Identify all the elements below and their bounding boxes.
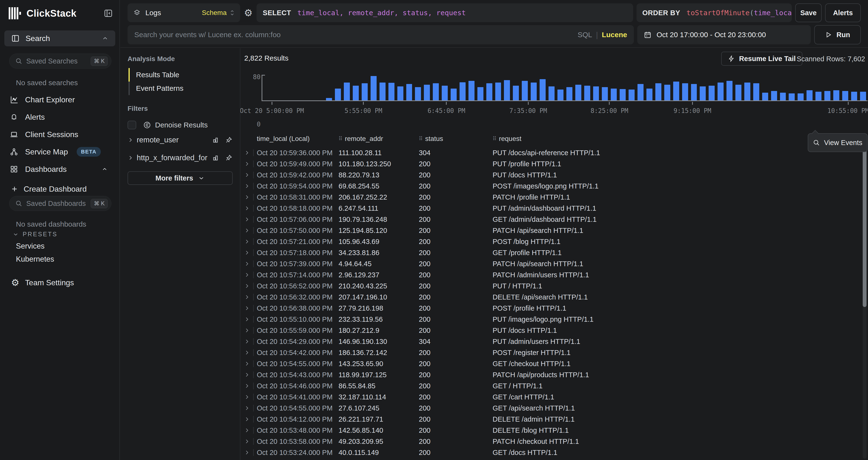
column-header-request[interactable]: ⠿request [493, 135, 859, 143]
preset-item-services[interactable]: Services [16, 242, 44, 251]
presets-section-toggle[interactable]: PRESETS [12, 231, 58, 238]
row-expand-chevron-icon[interactable] [244, 416, 257, 423]
row-expand-chevron-icon[interactable] [244, 360, 257, 367]
row-expand-chevron-icon[interactable] [244, 438, 257, 445]
table-row[interactable]: Oct 20 10:57:18.000 PM34.233.81.86200GET… [240, 247, 859, 258]
table-row[interactable]: Oct 20 10:59:49.000 PM101.180.123.250200… [240, 158, 859, 169]
histogram-bar[interactable] [513, 86, 519, 100]
histogram-bar[interactable] [798, 93, 804, 100]
histogram-bar[interactable] [566, 87, 572, 100]
sidebar-item-chart-explorer[interactable]: Chart Explorer [10, 93, 115, 107]
histogram-bar[interactable] [406, 84, 412, 100]
histogram-bar[interactable] [744, 83, 750, 100]
histogram-bar[interactable] [833, 90, 839, 100]
histogram-bar[interactable] [815, 92, 822, 100]
preset-item-kubernetes[interactable]: Kubernetes [16, 255, 54, 263]
histogram-bar[interactable] [593, 86, 599, 100]
histogram-bar[interactable] [771, 91, 777, 100]
row-expand-chevron-icon[interactable] [244, 205, 257, 212]
row-expand-chevron-icon[interactable] [244, 271, 257, 278]
mode-event-patterns[interactable]: Event Patterns [128, 82, 233, 95]
histogram-bar[interactable] [549, 86, 555, 100]
table-row[interactable]: Oct 20 10:57:50.000 PM125.194.85.120200P… [240, 225, 859, 236]
histogram-bar[interactable] [460, 82, 466, 100]
histogram-bar[interactable] [789, 93, 795, 100]
mode-lucene-toggle[interactable]: Lucene [602, 31, 627, 39]
histogram-bar[interactable] [326, 98, 332, 100]
drag-handle-icon[interactable]: ⠿ [419, 136, 422, 142]
histogram-bar[interactable] [379, 83, 385, 100]
row-expand-chevron-icon[interactable] [244, 149, 257, 156]
table-row[interactable]: Oct 20 10:59:54.000 PM69.68.254.55200POS… [240, 180, 859, 192]
histogram-bar[interactable] [575, 85, 581, 100]
histogram-bar[interactable] [762, 93, 768, 100]
row-expand-chevron-icon[interactable] [244, 305, 257, 312]
histogram-bar[interactable] [611, 89, 617, 100]
table-row[interactable]: Oct 20 10:54:43.000 PM118.99.197.125200P… [240, 369, 859, 380]
row-expand-chevron-icon[interactable] [244, 371, 257, 378]
table-row[interactable]: Oct 20 10:54:46.000 PM86.55.84.85200GET … [240, 380, 859, 392]
table-row[interactable]: Oct 20 10:54:55.000 PM27.6.107.245200GET… [240, 403, 859, 414]
create-dashboard-button[interactable]: Create Dashboard [10, 182, 115, 196]
histogram-bar[interactable] [646, 89, 652, 100]
histogram-bar[interactable] [522, 81, 528, 100]
histogram-bar[interactable] [709, 86, 715, 100]
table-row[interactable]: Oct 20 10:56:32.000 PM207.147.196.10200D… [240, 291, 859, 303]
sidebar-item-client-sessions[interactable]: Client Sessions [10, 127, 115, 141]
table-row[interactable]: Oct 20 10:56:38.000 PM27.79.216.198200PO… [240, 303, 859, 314]
table-row[interactable]: Oct 20 10:54:29.000 PM146.96.190.130304P… [240, 336, 859, 347]
histogram-bar[interactable] [673, 82, 679, 100]
histogram-bar[interactable] [717, 83, 723, 100]
row-expand-chevron-icon[interactable] [244, 216, 257, 223]
histogram-bar[interactable] [397, 86, 403, 100]
row-expand-chevron-icon[interactable] [244, 194, 257, 201]
histogram-bar[interactable] [389, 83, 395, 100]
histogram-bar[interactable] [807, 90, 812, 100]
histogram-bar[interactable] [468, 81, 474, 100]
denoise-results-option[interactable]: Denoise Results [128, 121, 233, 130]
histogram-bar[interactable] [539, 79, 546, 100]
row-expand-chevron-icon[interactable] [244, 382, 257, 389]
resume-live-tail-button[interactable]: Resume Live Tail [721, 52, 802, 66]
row-expand-chevron-icon[interactable] [244, 183, 257, 190]
row-expand-chevron-icon[interactable] [244, 316, 257, 323]
histogram-bar[interactable] [851, 92, 857, 100]
row-expand-chevron-icon[interactable] [244, 294, 257, 300]
table-scrollbar[interactable] [863, 134, 867, 459]
row-expand-chevron-icon[interactable] [244, 249, 257, 256]
histogram-bar[interactable] [700, 86, 706, 100]
row-expand-chevron-icon[interactable] [244, 338, 257, 345]
histogram-plot[interactable] [261, 75, 868, 101]
histogram-bar[interactable] [495, 83, 501, 100]
field-chart-icon[interactable] [212, 154, 220, 162]
table-row[interactable]: Oct 20 10:53:48.000 PM142.56.85.140200DE… [240, 425, 859, 436]
sidebar-item-dashboards[interactable]: Dashboards [10, 162, 115, 176]
row-expand-chevron-icon[interactable] [244, 427, 257, 434]
histogram-bar[interactable] [433, 83, 439, 100]
histogram-bar[interactable] [371, 76, 377, 100]
table-row[interactable]: Oct 20 10:58:18.000 PM6.247.54.111200PUT… [240, 203, 859, 214]
more-filters-button[interactable]: More filters [128, 171, 233, 185]
histogram-bar[interactable] [860, 92, 866, 100]
histogram-bar[interactable] [735, 85, 741, 100]
pin-icon[interactable] [225, 136, 233, 144]
results-histogram[interactable]: 80 0 Oct 20 5:00:00 PM5:55:00 PM6:45:00 … [240, 73, 868, 111]
histogram-bar[interactable] [362, 83, 368, 100]
histogram-bar[interactable] [335, 89, 341, 100]
histogram-bar[interactable] [602, 87, 608, 100]
histogram-bar[interactable] [504, 80, 510, 100]
histogram-bar[interactable] [780, 93, 786, 100]
histogram-bar[interactable] [442, 86, 448, 100]
event-search-bar[interactable]: SQL | Lucene [128, 25, 634, 45]
alerts-button[interactable]: Alerts [825, 3, 861, 22]
histogram-bar[interactable] [477, 87, 484, 100]
histogram-bar[interactable] [415, 87, 421, 100]
saved-dashboards-search[interactable]: ⌘ K [9, 196, 112, 211]
table-row[interactable]: Oct 20 10:59:42.000 PM88.220.79.13200PUT… [240, 169, 859, 180]
column-header-remote-addr[interactable]: ⠿remote_addr [339, 135, 419, 143]
histogram-bar[interactable] [557, 90, 563, 100]
filter-field-remote-user[interactable]: remote_user [128, 133, 233, 147]
table-row[interactable]: Oct 20 10:55:10.000 PM232.33.119.56200PU… [240, 314, 859, 325]
saved-dashboards-input[interactable] [26, 200, 91, 207]
histogram-bar[interactable] [682, 83, 688, 100]
